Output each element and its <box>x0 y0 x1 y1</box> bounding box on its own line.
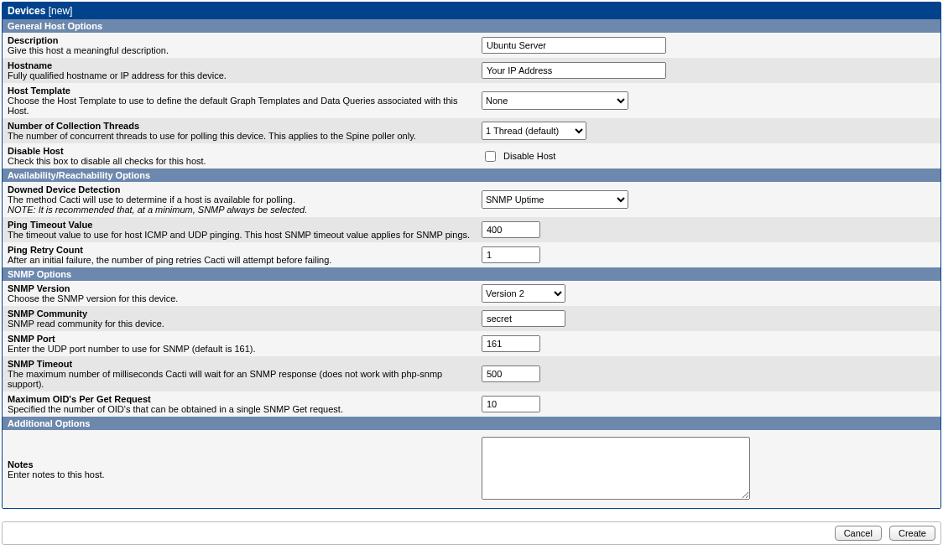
description-label: Description <box>8 35 472 45</box>
threads-label: Number of Collection Threads <box>8 121 472 131</box>
snmp-community-label: SNMP Community <box>8 309 472 319</box>
cancel-button[interactable]: Cancel <box>835 526 882 541</box>
panel-title-bar: Devices [new] <box>3 3 940 19</box>
snmp-port-label: SNMP Port <box>8 334 472 344</box>
detection-select[interactable]: SNMP Uptime <box>482 190 628 209</box>
form-button-bar: Cancel Create <box>2 521 941 545</box>
host-template-label: Host Template <box>8 86 472 96</box>
snmp-community-input[interactable] <box>482 310 565 327</box>
disable-host-checkbox-label: Disable Host <box>503 151 555 161</box>
snmp-version-help: Choose the SNMP version for this device. <box>8 293 472 303</box>
threads-help: The number of concurrent threads to use … <box>8 131 472 141</box>
ping-retry-input[interactable] <box>482 246 540 263</box>
description-help: Give this host a meaningful description. <box>8 45 472 55</box>
description-input[interactable] <box>482 37 666 54</box>
disable-host-checkbox[interactable] <box>485 151 496 162</box>
notes-textarea[interactable] <box>482 437 750 500</box>
ping-timeout-help: The timeout value to use for host ICMP a… <box>8 230 472 240</box>
ping-retry-help: After an initial failure, the number of … <box>8 255 472 265</box>
ping-retry-label: Ping Retry Count <box>8 245 472 255</box>
disable-host-help: Check this box to disable all checks for… <box>8 156 472 166</box>
devices-form-panel: Devices [new] General Host Options Descr… <box>2 2 941 509</box>
create-button[interactable]: Create <box>889 526 935 541</box>
section-snmp-header: SNMP Options <box>3 267 940 281</box>
snmp-maxoids-label: Maximum OID's Per Get Request <box>8 394 472 404</box>
panel-title: Devices <box>8 5 45 17</box>
detection-note: NOTE: It is recommended that, at a minim… <box>8 205 472 215</box>
section-additional-header: Additional Options <box>3 417 940 430</box>
notes-help: Enter notes to this host. <box>8 469 472 480</box>
panel-subtitle: [new] <box>49 5 73 17</box>
host-template-help: Choose the Host Template to use to defin… <box>8 96 472 116</box>
hostname-help: Fully qualified hostname or IP address f… <box>8 70 472 80</box>
snmp-maxoids-help: Specified the number of OID's that can b… <box>8 404 472 414</box>
notes-label: Notes <box>8 459 472 469</box>
hostname-input[interactable] <box>482 62 666 79</box>
section-general-header: General Host Options <box>3 19 940 33</box>
snmp-timeout-label: SNMP Timeout <box>8 359 472 369</box>
snmp-version-label: SNMP Version <box>8 283 472 293</box>
snmp-port-input[interactable] <box>482 335 540 352</box>
snmp-timeout-input[interactable] <box>482 366 540 382</box>
detection-label: Downed Device Detection <box>8 184 472 194</box>
snmp-community-help: SNMP read community for this device. <box>8 319 472 329</box>
ping-timeout-label: Ping Timeout Value <box>8 220 472 230</box>
snmp-timeout-help: The maximum number of milliseconds Cacti… <box>8 369 472 389</box>
snmp-maxoids-input[interactable] <box>482 396 540 412</box>
disable-host-label: Disable Host <box>8 146 472 156</box>
hostname-label: Hostname <box>8 60 472 70</box>
snmp-version-select[interactable]: Version 2 <box>482 284 565 303</box>
detection-help: The method Cacti will use to determine i… <box>8 194 472 205</box>
section-availability-header: Availability/Reachability Options <box>3 169 940 182</box>
snmp-port-help: Enter the UDP port number to use for SNM… <box>8 344 472 354</box>
ping-timeout-input[interactable] <box>482 221 540 238</box>
threads-select[interactable]: 1 Thread (default) <box>482 122 586 140</box>
host-template-select[interactable]: None <box>482 91 628 110</box>
